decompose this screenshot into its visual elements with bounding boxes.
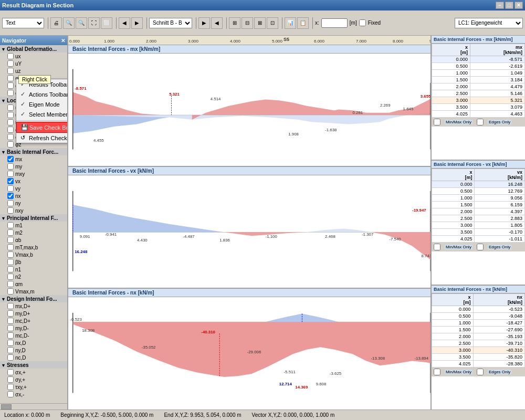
checkbox-mcdp[interactable] xyxy=(7,318,14,324)
close-button[interactable]: ✕ xyxy=(514,2,523,9)
checkbox-vy[interactable] xyxy=(7,185,14,192)
mm-only-vx[interactable] xyxy=(434,244,440,250)
nav-item-nxy[interactable]: nxy xyxy=(0,207,67,214)
checkbox-ux1[interactable] xyxy=(7,53,14,59)
nav-item-uy1[interactable]: uY xyxy=(0,60,67,67)
nav-item-ux1[interactable]: ux xyxy=(0,52,67,60)
scroll-thumb[interactable] xyxy=(1,404,12,410)
checkbox-am[interactable] xyxy=(7,281,14,287)
checkbox-nx[interactable] xyxy=(7,193,14,199)
nav-item-m1[interactable]: m1 xyxy=(0,222,67,229)
toolbar-btn-c2[interactable]: 📋 xyxy=(297,17,309,29)
toolbar-btn-print[interactable]: 🖨 xyxy=(50,17,62,29)
checkbox-vx[interactable] xyxy=(7,178,14,184)
checkbox-mtmax[interactable] xyxy=(7,244,14,250)
context-menu-actions-toolbar[interactable]: ✓ Actions Toolbar xyxy=(16,89,68,99)
nav-item-bb[interactable]: βb xyxy=(0,258,67,266)
toolbar-btn-nav-right[interactable]: ▶ xyxy=(131,17,143,29)
checkbox-m2[interactable] xyxy=(7,229,14,236)
nav-item-uz1[interactable]: uz xyxy=(0,67,67,75)
edges-only-nx[interactable] xyxy=(477,369,484,375)
nav-item-mcdp[interactable]: mc,D+ xyxy=(0,317,67,324)
nav-item-sigyp[interactable]: σy,+ xyxy=(0,376,67,383)
nav-scrollbar[interactable] xyxy=(0,403,67,410)
context-menu-eigen-mode[interactable]: ✓ Eigen Mode xyxy=(16,99,68,109)
checkbox-mydp[interactable] xyxy=(7,310,14,317)
toolbar-btn-zoom-window[interactable]: ⬜ xyxy=(101,17,112,29)
checkbox-nxd[interactable] xyxy=(7,340,14,346)
text-combo[interactable]: Text xyxy=(2,18,44,28)
edges-only-vx[interactable] xyxy=(477,244,484,250)
checkbox-mxy[interactable] xyxy=(7,171,14,177)
nav-item-mxdp[interactable]: mx,D+ xyxy=(0,302,67,310)
nav-item-n1[interactable]: n1 xyxy=(0,266,67,273)
nav-item-nx[interactable]: nx xyxy=(0,192,67,200)
toolbar-btn-zoom-fit[interactable]: ⛶ xyxy=(88,17,100,29)
nav-item-vmaxm[interactable]: Vmax,m xyxy=(0,288,67,295)
nav-group-stresses[interactable]: ▼ Stresses xyxy=(0,361,67,369)
nav-item-vx[interactable]: vx xyxy=(0,177,67,185)
lc-combo[interactable]: LC1: Eigengewicht xyxy=(455,18,523,28)
checkbox-uz2[interactable] xyxy=(7,119,14,125)
nav-group-global-deformation[interactable]: ▼ Global Deformatio... xyxy=(0,45,67,52)
toolbar-btn-b4[interactable]: ⊡ xyxy=(267,17,278,29)
context-menu-save[interactable]: 💾 Save Check Boxes State xyxy=(16,122,68,133)
x-coord-input[interactable] xyxy=(321,18,348,28)
checkbox-ncd[interactable] xyxy=(7,354,14,361)
checkbox-n2[interactable] xyxy=(7,274,14,280)
nav-item-am[interactable]: αm xyxy=(0,280,67,288)
fixed-checkbox[interactable] xyxy=(359,19,366,26)
toolbar-btn-nav-left[interactable]: ◀ xyxy=(119,17,130,29)
checkbox-my[interactable] xyxy=(7,163,14,170)
checkbox-mydm[interactable] xyxy=(7,325,14,331)
checkbox-mxdp[interactable] xyxy=(7,303,14,309)
checkbox-vmaxm[interactable] xyxy=(7,288,14,295)
nav-item-my[interactable]: my xyxy=(0,163,67,170)
nav-group-design[interactable]: ▼ Design Internal Fo... xyxy=(0,295,67,302)
context-menu-select-members[interactable]: ✓ Select Members Toolbar xyxy=(16,109,68,119)
checkbox-ny[interactable] xyxy=(7,200,14,206)
checkbox-uz1[interactable] xyxy=(7,68,14,74)
nav-item-nyd[interactable]: ny,D xyxy=(0,346,67,354)
toolbar-btn-zoom-in[interactable]: 🔍 xyxy=(63,17,75,29)
nav-item-ny[interactable]: ny xyxy=(0,200,67,207)
toolbar-btn-a1[interactable]: ▶ xyxy=(198,17,210,29)
nav-item-m2[interactable]: m2 xyxy=(0,229,67,236)
toolbar-btn-b3[interactable]: ⊠ xyxy=(254,17,266,29)
nav-item-mx[interactable]: mx xyxy=(0,155,67,163)
toolbar-btn-a2[interactable]: ◀ xyxy=(211,17,223,29)
checkbox-mx[interactable] xyxy=(7,156,14,162)
checkbox-phiz2[interactable] xyxy=(7,141,14,148)
minimize-button[interactable]: − xyxy=(496,2,504,9)
checkbox-nyd[interactable] xyxy=(7,347,14,353)
nav-item-ncd[interactable]: nc,D xyxy=(0,354,67,361)
checkbox-uy1[interactable] xyxy=(7,60,14,67)
checkbox-bb[interactable] xyxy=(7,259,14,265)
nav-item-vy[interactable]: vy xyxy=(0,185,67,192)
checkbox-sigyp[interactable] xyxy=(7,376,14,383)
nav-item-mydm[interactable]: my,D- xyxy=(0,324,67,332)
nav-group-basic-internal[interactable]: ▼ Basic Internal Forc... xyxy=(0,148,67,155)
toolbar-btn-c1[interactable]: 📊 xyxy=(285,17,296,29)
checkbox-uy2[interactable] xyxy=(7,112,14,118)
checkbox-sigxm[interactable] xyxy=(7,391,14,397)
checkbox-ab[interactable] xyxy=(7,237,14,243)
checkbox-phix1[interactable] xyxy=(7,75,14,81)
context-menu-results-toolbar[interactable]: ✓ Results Toolbar xyxy=(16,79,68,89)
nav-item-mtmax[interactable]: mT,max,b xyxy=(0,244,67,251)
context-menu-refresh[interactable]: ↺ Refresh Check Boxes State xyxy=(16,133,68,143)
toolbar-btn-b1[interactable]: ⊞ xyxy=(229,17,240,29)
nav-group-principal[interactable]: ▼ Principal Internal F... xyxy=(0,214,67,222)
nav-item-tauxy[interactable]: τxy,+ xyxy=(0,383,67,391)
checkbox-n1[interactable] xyxy=(7,266,14,272)
nav-item-sigxm[interactable]: σx,- xyxy=(0,391,67,398)
checkbox-ux2[interactable] xyxy=(7,104,14,111)
checkbox-sigxp[interactable] xyxy=(7,369,14,375)
nav-item-n2[interactable]: n2 xyxy=(0,273,67,280)
checkbox-mcdm[interactable] xyxy=(7,332,14,339)
nav-item-mydp[interactable]: my,D+ xyxy=(0,310,67,317)
edges-only-mx[interactable] xyxy=(477,119,484,125)
checkbox-m1[interactable] xyxy=(7,222,14,228)
nav-item-ab[interactable]: αb xyxy=(0,236,67,244)
checkbox-phiz1[interactable] xyxy=(7,90,14,96)
